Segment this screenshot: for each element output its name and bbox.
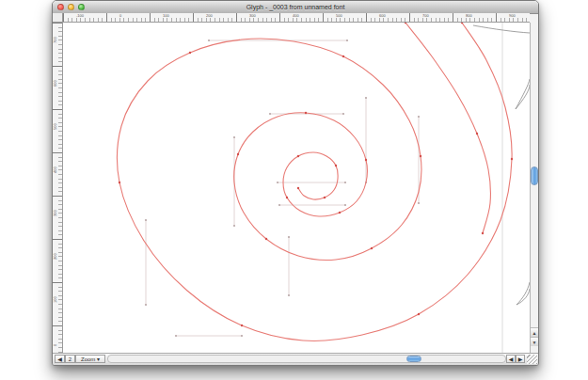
glyph-editor-window: Glyph - _0003 from unnamed font -1000100… <box>52 0 539 366</box>
handle-end-point[interactable] <box>365 97 367 99</box>
control-point[interactable] <box>511 158 513 160</box>
title-bar[interactable]: Glyph - _0003 from unnamed font <box>53 1 538 14</box>
left-ruler-label: 300 <box>54 210 57 216</box>
control-point[interactable] <box>371 247 373 249</box>
resize-grip[interactable] <box>527 355 537 364</box>
top-ruler-label: 400 <box>293 14 299 18</box>
left-ruler: 7006005004003002001000 <box>53 23 63 356</box>
left-ruler-label: 600 <box>54 80 57 87</box>
control-point[interactable] <box>297 187 299 189</box>
control-point[interactable] <box>342 55 344 57</box>
canvas-svg[interactable] <box>63 23 530 354</box>
handle-end-point[interactable] <box>175 335 177 337</box>
glyph-canvas[interactable] <box>63 23 530 354</box>
handle-end-point[interactable] <box>241 335 243 337</box>
window-title: Glyph - _0003 from unnamed font <box>90 1 501 13</box>
scroll-down-button[interactable]: ▼ <box>531 337 538 346</box>
glyph-fragment-path <box>516 282 530 305</box>
h-scroll-thumb[interactable] <box>406 356 421 362</box>
top-ruler-label: 800 <box>466 14 472 18</box>
control-point[interactable] <box>286 197 288 198</box>
top-ruler-label: -100 <box>76 14 84 18</box>
v-scrollbar[interactable]: ▲ ▼ <box>530 23 538 356</box>
zoom-window-button[interactable] <box>78 4 85 10</box>
control-point[interactable] <box>365 159 367 161</box>
spiral-outline-path[interactable] <box>118 23 513 340</box>
control-point[interactable] <box>189 52 191 54</box>
scroll-left-button[interactable]: ◀ <box>506 355 516 363</box>
handle-end-point[interactable] <box>342 113 344 115</box>
handle-end-point[interactable] <box>277 182 278 183</box>
left-ruler-label: 200 <box>54 253 57 260</box>
control-point[interactable] <box>265 238 267 240</box>
top-ruler-label: 100 <box>163 14 169 18</box>
control-point[interactable] <box>476 133 478 135</box>
scroll-up-button[interactable]: ▲ <box>531 327 538 337</box>
ruler-corner <box>53 13 63 23</box>
left-ruler-label: 100 <box>54 296 57 303</box>
bottom-bar: ◀ 2 Zoom ▾ ◀ ▶ <box>53 353 538 365</box>
control-point[interactable] <box>324 197 326 198</box>
control-point[interactable] <box>305 112 307 114</box>
control-point[interactable] <box>237 153 239 155</box>
glyph-fragment-path <box>516 79 530 109</box>
control-point[interactable] <box>241 325 243 326</box>
top-ruler-label: 200 <box>206 14 213 18</box>
left-ruler-label: 500 <box>54 123 57 130</box>
handle-end-point[interactable] <box>208 40 210 41</box>
left-ruler-label: 700 <box>54 37 57 43</box>
control-point[interactable] <box>339 212 341 214</box>
close-button[interactable] <box>57 4 64 10</box>
handle-end-point[interactable] <box>288 294 290 296</box>
handle-end-point[interactable] <box>346 40 348 41</box>
scroll-right-button[interactable]: ▶ <box>516 355 525 363</box>
minimize-button[interactable] <box>68 4 74 10</box>
handle-end-point[interactable] <box>233 136 235 138</box>
left-ruler-label: 400 <box>54 166 57 173</box>
handle-end-point[interactable] <box>233 225 235 227</box>
zoom-dropdown[interactable]: Zoom ▾ <box>75 355 105 363</box>
top-ruler-label: 300 <box>249 14 256 18</box>
back-page-button[interactable]: ◀ <box>55 355 65 363</box>
top-ruler-label: 900 <box>509 14 516 18</box>
spiral-inner-edge-path[interactable] <box>405 23 490 233</box>
handle-end-point[interactable] <box>418 116 420 118</box>
control-point[interactable] <box>119 182 120 183</box>
handle-end-point[interactable] <box>145 304 147 306</box>
handle-end-point[interactable] <box>344 204 346 206</box>
page-number-field[interactable]: 2 <box>65 355 75 363</box>
top-ruler: -1000100200300400500600700800900 <box>63 13 530 23</box>
control-point[interactable] <box>482 232 484 234</box>
v-scroll-thumb[interactable] <box>531 166 538 185</box>
top-ruler-label: 0 <box>119 14 121 18</box>
handle-end-point[interactable] <box>278 204 280 206</box>
top-ruler-label: 500 <box>336 14 342 18</box>
top-ruler-label: 700 <box>422 14 429 18</box>
control-point[interactable] <box>418 313 420 315</box>
glyph-fragment-path <box>473 25 530 33</box>
h-scroll-track[interactable] <box>107 355 506 363</box>
handle-end-point[interactable] <box>344 182 346 183</box>
handle-end-point[interactable] <box>418 202 420 204</box>
control-point[interactable] <box>297 155 299 157</box>
handle-end-point[interactable] <box>288 236 290 238</box>
control-point[interactable] <box>420 155 421 157</box>
left-ruler-label: 0 <box>54 344 57 346</box>
handle-end-point[interactable] <box>269 113 271 115</box>
top-ruler-label: 600 <box>379 14 386 18</box>
handle-end-point[interactable] <box>145 219 147 221</box>
control-point[interactable] <box>335 165 337 166</box>
